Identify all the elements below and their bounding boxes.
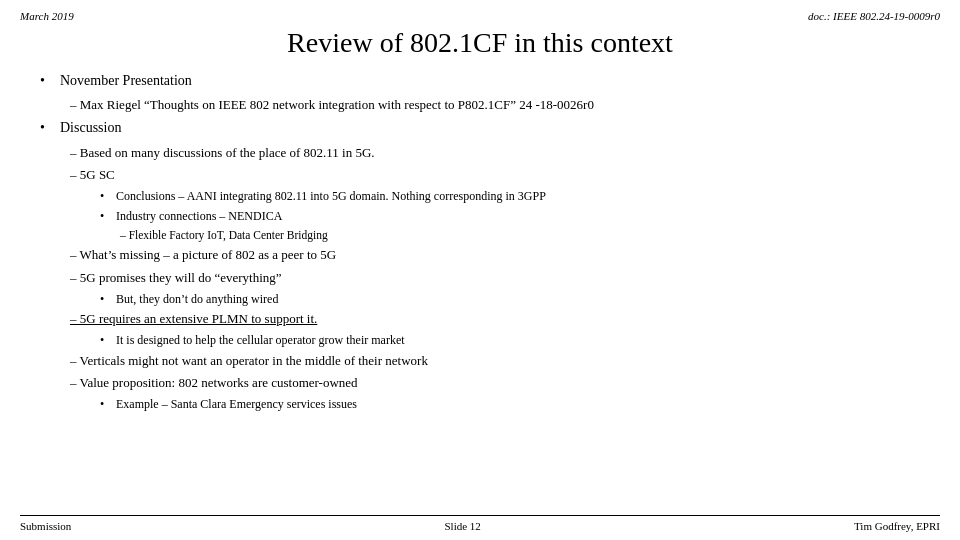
list-item: – Max Riegel “Thoughts on IEEE 802 netwo… — [70, 95, 940, 115]
bullet2-sub2: – 5G SC — [70, 165, 115, 185]
list-item: • Industry connections – NENDICA — [100, 207, 940, 226]
bullet2-sub2-b1: Conclusions – AANI integrating 802.11 in… — [116, 187, 546, 206]
list-item: • Example – Santa Clara Emergency servic… — [100, 395, 940, 414]
list-item: • But, they don’t do anything wired — [100, 290, 940, 309]
bullet-marker: • — [40, 117, 52, 139]
footer-left: Submission — [20, 520, 71, 532]
bullet2-sub6: – Verticals might not want an operator i… — [70, 351, 428, 371]
list-item: • November Presentation — [40, 70, 940, 92]
bullet2-sub5: – 5G requires an extensive PLMN to suppo… — [70, 309, 317, 329]
header-left: March 2019 — [20, 10, 74, 22]
list-item: • It is designed to help the cellular op… — [100, 331, 940, 350]
footer-right: Tim Godfrey, EPRI — [854, 520, 940, 532]
list-item: • Discussion — [40, 117, 940, 139]
footer-center: Slide 12 — [445, 520, 481, 532]
bullet2-sub4-b1: But, they don’t do anything wired — [116, 290, 278, 309]
slide-title: Review of 802.1CF in this context — [20, 26, 940, 60]
slide: March 2019 doc.: IEEE 802.24-19-0009r0 R… — [0, 0, 960, 540]
bullet2-sub7-b1: Example – Santa Clara Emergency services… — [116, 395, 357, 414]
list-item: – Value proposition: 802 networks are cu… — [70, 373, 940, 393]
bullet2-sub2-b3: – Flexible Factory IoT, Data Center Brid… — [120, 227, 328, 245]
bullet2-sub1: – Based on many discussions of the place… — [70, 143, 375, 163]
list-item: – 5G promises they will do “everything” — [70, 268, 940, 288]
bullet2-sub4: – 5G promises they will do “everything” — [70, 268, 282, 288]
dot-marker: • — [100, 290, 110, 309]
slide-content: • November Presentation – Max Riegel “Th… — [20, 70, 940, 511]
dot-marker: • — [100, 331, 110, 350]
dot-marker: • — [100, 187, 110, 206]
dot-marker: • — [100, 207, 110, 226]
bullet1-sub1: – Max Riegel “Thoughts on IEEE 802 netwo… — [70, 95, 594, 115]
bullet-marker: • — [40, 70, 52, 92]
bullet2-sub5-b1: It is designed to help the cellular oper… — [116, 331, 405, 350]
bullet1-label: November Presentation — [60, 70, 192, 92]
bullet2-label: Discussion — [60, 117, 121, 139]
list-item: – Based on many discussions of the place… — [70, 143, 940, 163]
dot-marker: • — [100, 395, 110, 414]
list-item: – Verticals might not want an operator i… — [70, 351, 940, 371]
bullet2-sub3: – What’s missing – a picture of 802 as a… — [70, 245, 336, 265]
list-item: – Flexible Factory IoT, Data Center Brid… — [120, 227, 940, 245]
list-item: – What’s missing – a picture of 802 as a… — [70, 245, 940, 265]
header-right: doc.: IEEE 802.24-19-0009r0 — [808, 10, 940, 22]
header-bar: March 2019 doc.: IEEE 802.24-19-0009r0 — [20, 10, 940, 22]
list-item: – 5G requires an extensive PLMN to suppo… — [70, 309, 940, 329]
footer-bar: Submission Slide 12 Tim Godfrey, EPRI — [20, 515, 940, 532]
list-item: • Conclusions – AANI integrating 802.11 … — [100, 187, 940, 206]
bullet2-sub7: – Value proposition: 802 networks are cu… — [70, 373, 358, 393]
list-item: – 5G SC — [70, 165, 940, 185]
bullet2-sub2-b2: Industry connections – NENDICA — [116, 207, 282, 226]
